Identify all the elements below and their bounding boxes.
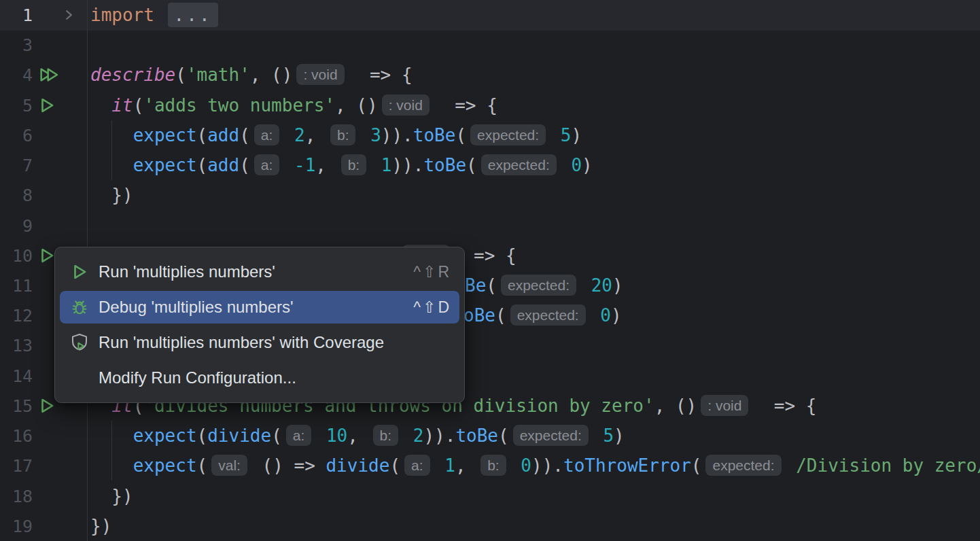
line-number: 4 <box>0 60 33 90</box>
code-token: import <box>90 5 154 25</box>
code-token: ( <box>691 455 702 476</box>
code-text-partial: oBe(expected: 0) <box>463 300 622 331</box>
code-line-6: 6 expect(add(a: 2, b: 3)).toBe(expected:… <box>0 120 980 151</box>
code-token: , () <box>335 95 378 116</box>
code-token: )). <box>381 125 413 145</box>
code-line-18: 18 }) <box>0 481 980 512</box>
code-token: , <box>455 455 476 476</box>
code-token: , <box>315 155 336 175</box>
code-token: ( <box>197 425 208 446</box>
code-token: toBe <box>455 425 498 446</box>
line-number: 13 <box>0 330 33 361</box>
code-token: toThrowError <box>563 455 691 476</box>
code-token: ( <box>133 95 144 116</box>
code-token: }) <box>90 516 111 536</box>
inlay-hint: expected: <box>510 304 586 326</box>
code-token: 5 <box>593 425 614 446</box>
code-token: divide <box>326 455 389 476</box>
code-token: expect <box>133 125 197 145</box>
code-token: => { <box>752 396 816 416</box>
code-token: ( <box>271 425 282 446</box>
code-token <box>90 95 111 116</box>
code-line-9: 9 <box>0 211 980 241</box>
line-number: 11 <box>0 270 33 301</box>
line-number: 19 <box>0 511 33 541</box>
code-token: expect <box>133 155 197 175</box>
code-token: Be <box>465 275 486 296</box>
code-text: expect(val: () => divide(a: 1, b: 0)).to… <box>90 451 980 481</box>
inlay-hint: a: <box>254 154 280 175</box>
run-gutter-run-icon[interactable] <box>38 95 61 116</box>
inlay-hint: a: <box>254 124 280 145</box>
line-number: 18 <box>0 481 33 512</box>
code-token: }) <box>90 185 133 205</box>
code-token: ) <box>614 425 625 446</box>
folded-imports[interactable]: ... <box>168 3 218 27</box>
line-number: 8 <box>0 180 33 211</box>
code-token: ( <box>455 125 466 145</box>
coverage-menu-item[interactable]: Run 'multiplies numbers' with Coverage <box>60 326 459 359</box>
indent-guide <box>111 421 112 481</box>
run-context-menu: Run 'multiplies numbers'^⇧RDebug 'multip… <box>54 247 465 403</box>
menu-item-label: Run 'multiplies numbers' with Coverage <box>99 333 451 352</box>
code-text-partial: Be(expected: 20) <box>465 270 623 301</box>
code-token: , <box>305 125 326 145</box>
code-token: ( <box>486 275 497 296</box>
code-token: toBe <box>413 125 456 145</box>
code-token: add <box>207 125 239 145</box>
code-line-7: 7 expect(add(a: -1, b: 1)).toBe(expected… <box>0 150 980 181</box>
code-token: 'math' <box>186 65 250 85</box>
code-token: 2 <box>402 425 423 446</box>
code-token: => { <box>474 245 517 266</box>
code-token: /Division by zero/ <box>786 455 980 476</box>
line-number: 17 <box>0 451 33 481</box>
code-text: import ... <box>90 0 218 31</box>
inlay-hint: b: <box>373 425 399 446</box>
code-text: expect(add(a: -1, b: 1)).toBe(expected: … <box>90 150 593 181</box>
code-token: ) <box>582 155 593 175</box>
code-token: ( <box>175 65 186 85</box>
menu-coverage-icon <box>69 332 90 353</box>
code-token: 2 <box>283 125 304 145</box>
code-token: () => <box>251 455 326 476</box>
editor: 1import ...34describe('math', (): void =… <box>0 0 980 541</box>
code-token: 10 <box>315 425 347 446</box>
code-token: expect <box>133 425 197 446</box>
code-token: ( <box>389 455 400 476</box>
menu-run-icon <box>69 262 90 282</box>
code-line-16: 16 expect(divide(a: 10, b: 2)).toBe(expe… <box>0 421 980 451</box>
code-line-17: 17 expect(val: () => divide(a: 1, b: 0))… <box>0 451 980 481</box>
inlay-hint: b: <box>480 455 506 476</box>
code-token: ( <box>239 125 250 145</box>
code-line-3: 3 <box>0 30 980 60</box>
line-number: 10 <box>0 241 33 271</box>
code-text-partial: => { <box>474 241 517 271</box>
run-menu-item[interactable]: Run 'multiplies numbers'^⇧R <box>60 256 459 288</box>
code-token: -1 <box>283 155 315 175</box>
code-token: toBe <box>423 155 466 175</box>
code-token: 20 <box>580 275 612 296</box>
code-line-4: 4describe('math', (): void => { <box>0 60 980 90</box>
code-token: 0 <box>590 305 611 326</box>
code-text: }) <box>90 180 133 211</box>
code-token: ( <box>495 305 506 326</box>
run-gutter-run-all-icon[interactable] <box>38 65 61 85</box>
code-token: 1 <box>434 455 455 476</box>
menu-item-label: Run 'multiplies numbers' <box>99 262 400 281</box>
inlay-hint: expected: <box>705 455 781 476</box>
inlay-hint: : void <box>382 94 430 116</box>
code-token: , <box>347 425 368 446</box>
debug-menu-item[interactable]: Debug 'multiplies numbers'^⇧D <box>60 291 459 324</box>
modify-run-config-menu-item[interactable]: Modify Run Configuration... <box>60 362 459 394</box>
code-token: divide <box>207 425 271 446</box>
fold-chevron-icon[interactable] <box>61 5 79 25</box>
code-line-8: 8 }) <box>0 180 980 211</box>
code-token: => { <box>349 65 413 85</box>
code-token: }) <box>90 486 133 506</box>
inlay-hint: a: <box>404 455 430 476</box>
code-token: => { <box>434 95 497 116</box>
code-token: 1 <box>370 155 391 175</box>
inlay-hint: b: <box>341 154 367 175</box>
code-token: )). <box>391 155 423 175</box>
code-token: ( <box>197 155 208 175</box>
